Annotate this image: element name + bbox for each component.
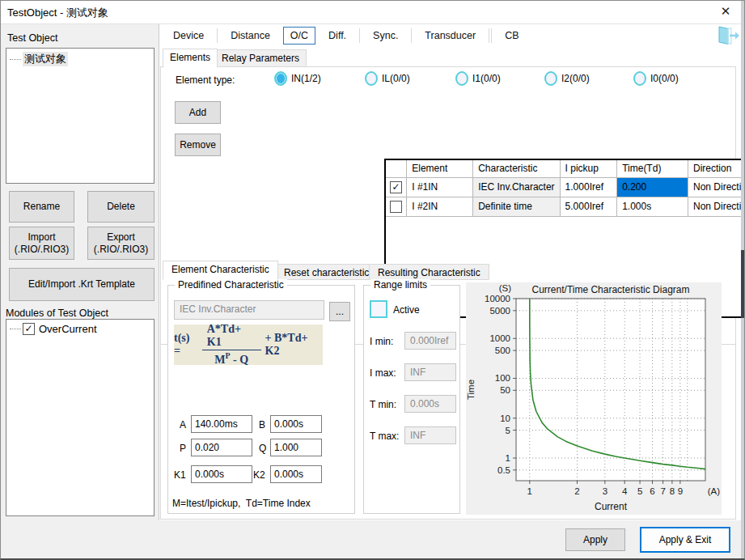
tab-distance[interactable]: Distance — [226, 27, 275, 45]
t-min-field: 0.000s — [404, 395, 456, 413]
header-i-pickup: I pickup — [560, 160, 617, 177]
param-k1-label: K1 — [174, 469, 186, 481]
svg-text:5000: 5000 — [489, 306, 510, 316]
param-b-input[interactable] — [270, 415, 322, 433]
row2-direction[interactable]: Non Directional — [688, 197, 745, 216]
header-element: Element — [407, 160, 473, 177]
svg-text:Current: Current — [595, 501, 628, 512]
apply-button[interactable]: Apply — [565, 528, 625, 551]
edit-import-krt-template-button[interactable]: Edit/Import .Krt Template — [9, 268, 155, 301]
background-window-fragment — [741, 250, 745, 318]
tab-diff[interactable]: Diff. — [324, 27, 351, 45]
tab-separator — [359, 28, 360, 43]
window-title: TestObject - 测试对象 — [7, 6, 108, 20]
delete-button[interactable]: Delete — [87, 191, 155, 223]
tab-reset-characteristic[interactable]: Reset characteristic — [275, 264, 378, 280]
row1-checkbox[interactable]: ✓ — [390, 181, 402, 193]
radio-il-label: IL(0/0) — [382, 73, 410, 84]
param-a-label: A — [180, 419, 186, 431]
row2-i-pickup[interactable]: 5.000Iref — [560, 197, 617, 216]
add-button[interactable]: Add — [175, 101, 221, 124]
radio-il-icon — [365, 71, 378, 86]
tree-item-overcurrent[interactable]: ✓ OverCurrent — [6, 320, 154, 335]
table-row[interactable]: I #2IN Definite time 5.000Iref 1.000s No… — [386, 197, 745, 216]
row2-checkbox[interactable] — [390, 201, 402, 213]
i-max-field: INF — [404, 363, 456, 381]
radio-i1-label: I1(0/0) — [472, 73, 501, 84]
svg-text:(S): (S) — [499, 283, 512, 293]
svg-text:Time: Time — [466, 380, 476, 400]
tab-separator — [489, 28, 489, 43]
param-k2-input[interactable] — [270, 465, 322, 483]
overcurrent-checkbox[interactable]: ✓ — [23, 323, 35, 335]
import-rio-button[interactable]: Import (.RIO/.RIO3) — [9, 227, 74, 260]
tab-sync[interactable]: Sync. — [368, 27, 403, 45]
range-limits-group: Range limits Active I min: 0.000Iref I m… — [363, 285, 460, 514]
svg-text:1000: 1000 — [489, 333, 510, 343]
tab-element-characteristic[interactable]: Element Characteristic — [163, 261, 278, 280]
test-object-tree: 测试对象 — [6, 48, 155, 184]
formula-tail: + B*Td+ K2 — [265, 332, 324, 358]
current-time-characteristic-chart: 10000500010005001005010510.5123456789Cur… — [466, 282, 722, 515]
tab-separator — [411, 28, 412, 43]
testobject-dialog: TestObject - 测试对象 ✕ Test Object 测试对象 Ren… — [0, 0, 745, 560]
row1-characteristic[interactable]: IEC Inv.Character — [473, 177, 560, 197]
tree-item-test-object[interactable]: 测试对象 — [6, 49, 154, 66]
radio-in[interactable]: IN(1/2) — [274, 71, 321, 86]
header-time-td: Time(Td) — [617, 160, 688, 177]
param-k1-input[interactable] — [191, 465, 252, 483]
predefined-characteristic-group: Predifined Characteristic IEC Inv.Charac… — [167, 285, 355, 514]
row1-element[interactable]: I #1IN — [407, 177, 473, 197]
param-q-label: Q — [259, 443, 266, 454]
radio-i0-label: I0(0/0) — [650, 73, 679, 84]
svg-text:7: 7 — [660, 486, 665, 496]
row1-time-td[interactable]: 0.200 — [617, 177, 688, 197]
row2-time-td[interactable]: 1.000s — [617, 197, 688, 216]
formula-denominator: MP - Q — [214, 350, 248, 367]
row1-direction[interactable]: Non Directional — [688, 177, 745, 197]
header-select — [386, 160, 407, 177]
svg-text:1: 1 — [506, 453, 510, 463]
remove-button[interactable]: Remove — [175, 134, 221, 156]
active-label: Active — [393, 304, 420, 316]
close-icon[interactable]: ✕ — [717, 4, 734, 20]
tab-separator — [491, 28, 492, 43]
radio-i2-label: I2(0/0) — [561, 73, 590, 84]
row2-element[interactable]: I #2IN — [407, 197, 473, 216]
tab-oc[interactable]: O/C — [283, 27, 315, 45]
formula-numerator: A*Td+ K1 — [202, 323, 261, 350]
chart-canvas: 10000500010005001005010510.5123456789Cur… — [466, 282, 722, 515]
radio-il[interactable]: IL(0/0) — [365, 71, 410, 86]
row2-characteristic[interactable]: Definite time — [473, 197, 560, 216]
radio-i1[interactable]: I1(0/0) — [455, 71, 501, 86]
tab-resulting-characteristic[interactable]: Resulting Characteristic — [369, 264, 489, 280]
range-limits-title: Range limits — [370, 279, 430, 291]
param-a-input[interactable] — [191, 415, 252, 433]
formula-fraction: A*Td+ K1 MP - Q — [202, 323, 261, 367]
t-max-field: INF — [404, 426, 456, 444]
exit-icon[interactable] — [716, 25, 740, 46]
param-p-input[interactable] — [191, 439, 252, 456]
tab-relay-parameters[interactable]: Relay Parameters — [214, 49, 307, 67]
active-checkbox[interactable] — [370, 300, 387, 318]
tab-transducer[interactable]: Transducer — [420, 27, 480, 45]
param-q-input[interactable] — [270, 439, 322, 456]
svg-text:6: 6 — [650, 486, 654, 496]
tab-elements[interactable]: Elements — [163, 49, 218, 68]
export-rio-button[interactable]: Export (.RIO/.RIO3) — [87, 227, 155, 260]
rename-button[interactable]: Rename — [9, 191, 74, 223]
t-min-label: T min: — [370, 399, 396, 410]
radio-i2-icon — [544, 71, 557, 86]
row1-i-pickup[interactable]: 1.000Iref — [560, 177, 617, 197]
tree-branch-line — [10, 329, 21, 329]
tree-branch-line — [10, 59, 21, 60]
predefined-characteristic-title: Predifined Characteristic — [175, 279, 287, 291]
apply-exit-button[interactable]: Apply & Exit — [640, 527, 730, 553]
tab-cb[interactable]: CB — [500, 27, 523, 45]
radio-i0[interactable]: I0(0/0) — [633, 71, 679, 86]
i-max-label: I max: — [370, 367, 396, 379]
radio-i2[interactable]: I2(0/0) — [544, 71, 590, 86]
table-row[interactable]: ✓ I #1IN IEC Inv.Character 1.000Iref 0.2… — [386, 177, 745, 197]
tab-device[interactable]: Device — [168, 27, 209, 45]
browse-characteristic-button[interactable]: ... — [329, 302, 350, 321]
